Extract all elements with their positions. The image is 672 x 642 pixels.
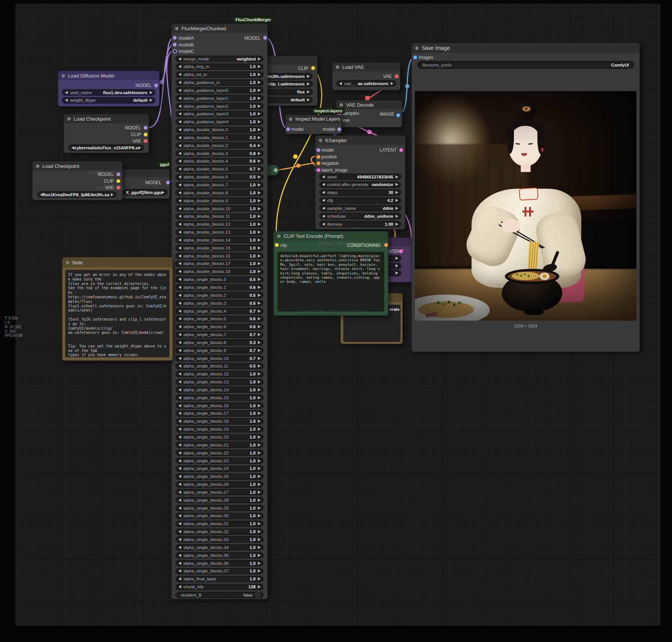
decrement-icon[interactable] bbox=[178, 325, 181, 328]
decrement-icon[interactable] bbox=[178, 428, 181, 431]
ksampler-widget[interactable]: seed 494865127833045 bbox=[319, 174, 401, 180]
decrement-icon[interactable] bbox=[178, 451, 181, 454]
decrement-icon[interactable] bbox=[178, 388, 181, 391]
merger-widget[interactable]: alpha_guidance_layer3 1.0 bbox=[175, 111, 264, 117]
merger-widget[interactable]: alpha_final_layer 1.0 bbox=[175, 576, 264, 582]
model-input-slot[interactable] bbox=[286, 127, 290, 131]
increment-icon[interactable] bbox=[258, 231, 261, 234]
gguf-widget[interactable]: X_ggufQ5km.gguf bbox=[123, 189, 168, 195]
increment-icon[interactable] bbox=[258, 341, 261, 344]
increment-icon[interactable] bbox=[150, 91, 152, 94]
increment-icon[interactable] bbox=[150, 99, 152, 102]
merger-widget[interactable]: alpha_single_blocks.19 1.0 bbox=[175, 426, 264, 433]
merger-widget[interactable]: alpha_double_blocks.17 1.0 bbox=[175, 261, 264, 267]
decrement-icon[interactable] bbox=[178, 302, 181, 305]
increment-icon[interactable] bbox=[258, 223, 261, 226]
increment-icon[interactable] bbox=[258, 81, 261, 84]
clip-encode-header[interactable]: CLIP Text Encode (Prompt) bbox=[274, 231, 388, 240]
decrement-icon[interactable] bbox=[178, 546, 181, 549]
merger-widget[interactable]: alpha_double_blocks.6 0.5 bbox=[175, 174, 264, 180]
increment-icon[interactable] bbox=[258, 152, 261, 155]
load-vae-header[interactable]: Load VAE bbox=[332, 63, 400, 71]
decrement-icon[interactable] bbox=[178, 239, 181, 242]
increment-icon[interactable] bbox=[258, 554, 261, 557]
ksampler-header[interactable]: KSampler bbox=[315, 136, 405, 145]
increment-icon[interactable] bbox=[258, 278, 261, 281]
decrement-icon[interactable] bbox=[178, 215, 181, 218]
increment-icon[interactable] bbox=[396, 215, 398, 218]
toggle-knob[interactable] bbox=[255, 592, 261, 598]
merger-widget[interactable]: alpha_double_blocks.18 1.0 bbox=[175, 268, 264, 275]
increment-icon[interactable] bbox=[258, 286, 261, 289]
decrement-icon[interactable] bbox=[178, 364, 181, 368]
merger-widget[interactable]: alpha_single_blocks.6 0.6 bbox=[175, 324, 264, 330]
merger-widget[interactable]: alpha_double_blocks.5 0.7 bbox=[175, 166, 264, 172]
increment-icon[interactable] bbox=[258, 569, 261, 572]
decrement-icon[interactable] bbox=[65, 91, 68, 94]
increment-icon[interactable] bbox=[258, 239, 261, 242]
increment-icon[interactable] bbox=[396, 199, 398, 202]
input-slot[interactable] bbox=[317, 148, 320, 152]
increment-icon[interactable] bbox=[258, 538, 261, 541]
merger-widget[interactable]: alpha_guidance_layer2 1.0 bbox=[175, 103, 264, 109]
inspect-header[interactable]: Inspect Model Layers bbox=[286, 115, 341, 123]
prompt-textarea[interactable]: detailed,beautiful,perfect lighting,mast… bbox=[278, 252, 384, 312]
increment-icon[interactable] bbox=[258, 404, 261, 407]
increment-icon[interactable] bbox=[258, 97, 261, 100]
increment-icon[interactable] bbox=[258, 120, 261, 123]
output-slot-row[interactable]: CLIP bbox=[125, 132, 141, 139]
merger-widget[interactable]: alpha_single_blocks.25 1.0 bbox=[175, 473, 264, 480]
decrement-icon[interactable] bbox=[178, 223, 181, 226]
save-image-header[interactable]: Save Image bbox=[412, 43, 639, 53]
merger-widget[interactable]: alpha_double_blocks.8 1.0 bbox=[175, 189, 264, 196]
decrement-icon[interactable] bbox=[71, 146, 74, 149]
decrement-icon[interactable] bbox=[178, 475, 181, 478]
ksampler-widget[interactable]: scheduler ddim_uniform bbox=[319, 213, 401, 219]
vae-output-slot[interactable] bbox=[395, 74, 399, 78]
image-output-slot[interactable] bbox=[396, 113, 400, 117]
decrement-icon[interactable] bbox=[178, 436, 181, 439]
output-slot[interactable] bbox=[116, 179, 120, 183]
increment-icon[interactable] bbox=[258, 317, 261, 320]
merger-widget[interactable]: alpha_single_blocks.29 1.0 bbox=[175, 505, 264, 511]
merger-widget[interactable]: alpha_single_blocks.18 1.0 bbox=[175, 418, 264, 425]
merger-widget[interactable]: alpha_single_blocks.9 0.7 bbox=[175, 347, 264, 354]
decrement-icon[interactable] bbox=[178, 396, 181, 399]
decrement-icon[interactable] bbox=[339, 82, 342, 85]
decrement-icon[interactable] bbox=[178, 262, 181, 265]
decrement-icon[interactable] bbox=[178, 467, 181, 470]
ksampler-widget[interactable]: control after generate randomize bbox=[319, 181, 401, 188]
merger-widget[interactable]: alpha_single_blocks.7 0.7 bbox=[175, 332, 264, 338]
decrement-icon[interactable] bbox=[178, 294, 181, 297]
decrement-icon[interactable] bbox=[178, 491, 181, 494]
increment-icon[interactable] bbox=[396, 191, 398, 194]
increment-icon[interactable] bbox=[396, 183, 398, 186]
increment-icon[interactable] bbox=[258, 514, 261, 517]
checkpoint1-header[interactable]: Load Checkpoint bbox=[64, 114, 149, 123]
output-slot[interactable] bbox=[144, 126, 147, 130]
merger-widget[interactable]: alpha_single_blocks.24 1.0 bbox=[175, 465, 264, 472]
merger-widget[interactable]: alpha_double_blocks.10 1.0 bbox=[175, 205, 264, 212]
decrement-icon[interactable] bbox=[178, 507, 181, 510]
decrement-icon[interactable] bbox=[178, 144, 181, 147]
vae-decode-header[interactable]: VAE Decode bbox=[336, 101, 402, 109]
increment-icon[interactable] bbox=[258, 112, 261, 115]
increment-icon[interactable] bbox=[258, 522, 261, 525]
increment-icon[interactable] bbox=[138, 146, 141, 149]
decrement-icon[interactable] bbox=[178, 120, 181, 123]
merger-widget[interactable]: alpha_single_blocks.32 1.0 bbox=[175, 529, 264, 535]
increment-icon[interactable] bbox=[258, 144, 261, 147]
increment-icon[interactable] bbox=[258, 254, 261, 257]
increment-icon[interactable] bbox=[258, 128, 261, 131]
decrement-icon[interactable] bbox=[178, 522, 181, 525]
increment-icon[interactable] bbox=[258, 530, 261, 533]
node-load-checkpoint-2[interactable]: Load Checkpoint GGUF animeproFLUX MODEL … bbox=[32, 161, 123, 200]
load-vae-widget[interactable]: vae_ ... ae.safetensors bbox=[336, 80, 396, 87]
merger-widget[interactable]: alpha_single_blocks.5 0.6 bbox=[175, 316, 264, 322]
increment-icon[interactable] bbox=[258, 444, 261, 447]
input-slot-row[interactable]: latent_image bbox=[321, 167, 348, 174]
filename-prefix-widget[interactable]: filename_prefix ComfyUI bbox=[417, 61, 634, 69]
decrement-icon[interactable] bbox=[178, 349, 181, 352]
input-slot-row[interactable]: vae bbox=[342, 118, 359, 124]
increment-icon[interactable] bbox=[258, 89, 261, 92]
